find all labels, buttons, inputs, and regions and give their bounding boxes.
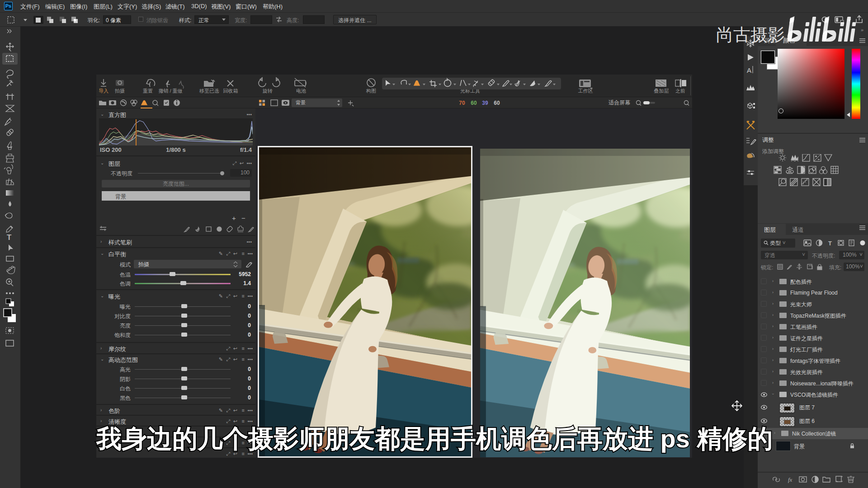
svg-text:拍摄: 拍摄 bbox=[114, 88, 125, 94]
svg-text:回收箱: 回收箱 bbox=[223, 88, 238, 94]
svg-text:背景: 背景 bbox=[296, 100, 306, 105]
svg-text:fx: fx bbox=[788, 476, 793, 483]
svg-text:工作区: 工作区 bbox=[578, 88, 593, 94]
svg-text:之前: 之前 bbox=[675, 88, 685, 94]
svg-text:构图: 构图 bbox=[366, 88, 376, 94]
svg-text:旋转: 旋转 bbox=[262, 88, 273, 94]
svg-text:A: A bbox=[747, 66, 751, 74]
svg-text:移至已选: 移至已选 bbox=[199, 88, 219, 94]
svg-text:60: 60 bbox=[471, 100, 477, 106]
svg-text:T: T bbox=[7, 233, 12, 242]
svg-text:叠加层: 叠加层 bbox=[654, 88, 669, 94]
svg-text:60: 60 bbox=[494, 100, 500, 106]
svg-text:适合屏幕: 适合屏幕 bbox=[609, 99, 630, 106]
svg-text:撤销 / 重做: 撤销 / 重做 bbox=[158, 88, 182, 94]
svg-text:39: 39 bbox=[482, 100, 488, 106]
svg-text:导入: 导入 bbox=[99, 88, 108, 94]
svg-text:重置: 重置 bbox=[143, 88, 153, 94]
svg-text:70: 70 bbox=[459, 100, 465, 106]
svg-text:电池: 电池 bbox=[296, 88, 306, 94]
svg-text:T: T bbox=[828, 240, 832, 247]
